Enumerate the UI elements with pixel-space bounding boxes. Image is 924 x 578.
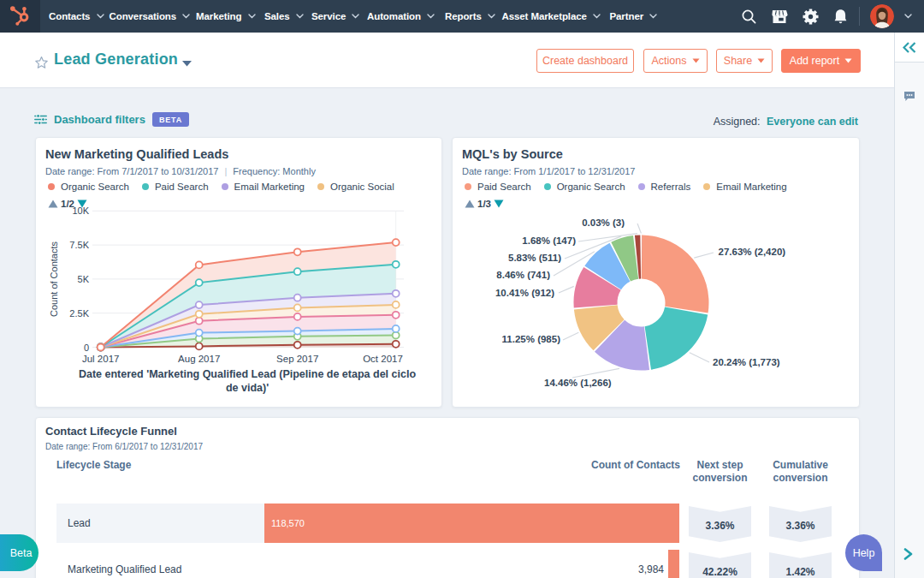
- svg-text:10K: 10K: [72, 206, 89, 216]
- svg-text:Aug 2017: Aug 2017: [178, 354, 220, 364]
- svg-text:10.41% (912): 10.41% (912): [495, 288, 554, 298]
- svg-text:5.83% (511): 5.83% (511): [508, 253, 561, 263]
- svg-text:14.46% (1,266): 14.46% (1,266): [544, 378, 612, 388]
- svg-text:2.5K: 2.5K: [69, 308, 89, 319]
- svg-text:7.5K: 7.5K: [69, 240, 89, 250]
- svg-text:0: 0: [84, 343, 89, 353]
- svg-text:1.68% (147): 1.68% (147): [522, 235, 576, 246]
- svg-text:Oct 2017: Oct 2017: [363, 354, 403, 364]
- svg-text:11.25% (985): 11.25% (985): [502, 334, 561, 344]
- svg-text:Sep 2017: Sep 2017: [276, 354, 318, 364]
- svg-text:27.63% (2,420): 27.63% (2,420): [719, 247, 786, 257]
- svg-text:Count of Contacts: Count of Contacts: [49, 241, 59, 317]
- svg-text:8.46% (741): 8.46% (741): [496, 270, 550, 280]
- svg-text:Jul 2017: Jul 2017: [82, 354, 119, 364]
- svg-text:0.03% (3): 0.03% (3): [582, 217, 625, 228]
- svg-text:5K: 5K: [78, 274, 90, 284]
- svg-text:20.24% (1,773): 20.24% (1,773): [713, 357, 780, 367]
